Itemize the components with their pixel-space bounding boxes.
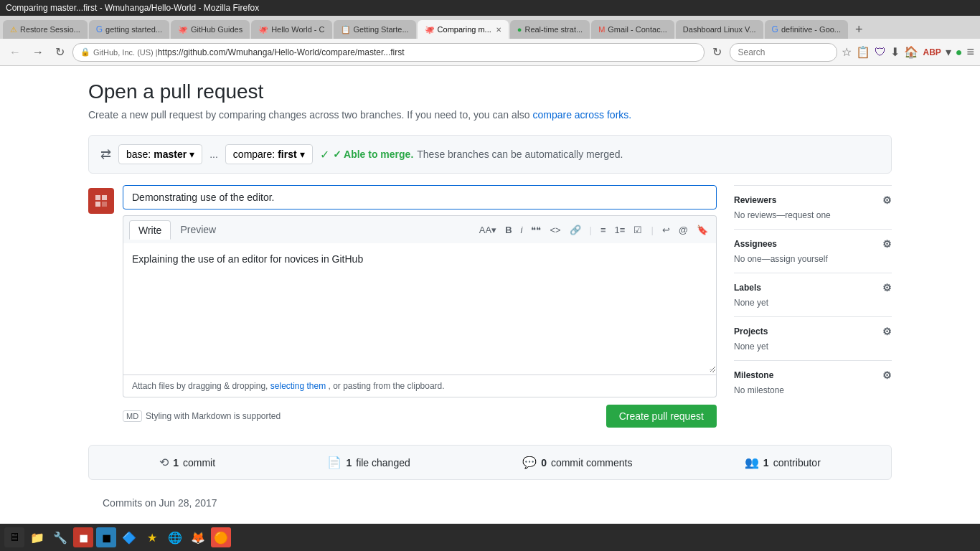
taskbar-icon-4[interactable]: ◼ (73, 527, 93, 547)
labels-value: None yet (734, 298, 892, 308)
compare-chevron-icon: ▾ (300, 149, 305, 160)
chevron-down-icon[interactable]: ▾ (946, 45, 951, 59)
refresh-button[interactable]: ↻ (709, 44, 725, 60)
compare-forks-link[interactable]: compare across forks. (532, 109, 631, 121)
home-icon[interactable]: 🏠 (904, 45, 918, 59)
comments-stat: 💬 0 commit comments (522, 456, 632, 469)
assignees-value: No one—assign yourself (734, 254, 892, 264)
link-icon[interactable]: 🔗 (567, 223, 583, 237)
write-tab[interactable]: Write (129, 220, 171, 240)
menu-icon[interactable]: ≡ (966, 44, 974, 60)
taskbar-icon-8[interactable]: 🌐 (165, 527, 185, 547)
assignees-gear-icon[interactable]: ⚙ (882, 238, 892, 250)
tab-github-guides[interactable]: 🐙 GitHub Guides (171, 20, 250, 39)
taskbar-icon-5[interactable]: ◼ (96, 527, 116, 547)
form-inner: Write Preview AA▾ B i ❝❝ <> 🔗 | ≡ (123, 185, 717, 428)
address-bar[interactable]: 🔒 GitHub, Inc. (US) | https://github.com… (72, 43, 705, 62)
reviewers-title: Reviewers ⚙ (734, 194, 892, 206)
page-content: Open a pull request Create a new pull re… (60, 66, 920, 550)
code-icon[interactable]: <> (547, 223, 562, 237)
tab-dashboard[interactable]: Dashboard Linux V... (676, 20, 763, 39)
taskbar-icon-3[interactable]: 🔧 (50, 527, 70, 547)
labels-gear-icon[interactable]: ⚙ (882, 282, 892, 293)
shield-icon[interactable]: 🛡 (875, 46, 886, 59)
toolbar-icons: AA▾ B i ❝❝ <> 🔗 | ≡ 1≡ ☑ | ↩ @ (477, 223, 710, 237)
pr-body-textarea[interactable]: Explaining the use of an editor for novi… (123, 243, 716, 372)
undo-icon[interactable]: ↩ (660, 223, 672, 237)
tab-label: definitive - Goo... (781, 25, 841, 34)
merge-status: ✓ ✓ Able to merge. These branches can be… (320, 148, 623, 161)
reload-button[interactable]: ↻ (52, 44, 68, 60)
tab-restore[interactable]: ⚠ Restore Sessio... (3, 20, 88, 39)
bold-icon[interactable]: B (503, 223, 514, 237)
create-pull-request-button[interactable]: Create pull request (606, 405, 717, 428)
base-branch-button[interactable]: base: master ▾ (118, 144, 202, 164)
tab-getting-started[interactable]: G getting started... (89, 20, 169, 39)
bookmark-icon[interactable]: 🔖 (694, 223, 710, 237)
forward-button[interactable]: → (29, 44, 47, 60)
form-footer: MD Styling with Markdown is supported Cr… (123, 405, 717, 428)
form-body: Write Preview AA▾ B i ❝❝ <> 🔗 | ≡ (88, 185, 717, 428)
reviewers-gear-icon[interactable]: ⚙ (882, 194, 892, 206)
tab-getting-starter[interactable]: 📋 Getting Starte... (334, 20, 416, 39)
markdown-hint: MD Styling with Markdown is supported (123, 410, 281, 422)
new-tab-button[interactable]: + (849, 20, 869, 39)
milestone-gear-icon[interactable]: ⚙ (882, 369, 892, 381)
page-title: Open a pull request (88, 80, 892, 103)
editor-content-area: Explaining the use of an editor for novi… (123, 243, 717, 375)
tab-gmail[interactable]: M Gmail - Contac... (591, 20, 674, 39)
base-label: base: (126, 149, 151, 160)
taskbar-icon-6[interactable]: 🔷 (119, 527, 139, 547)
search-input[interactable] (730, 43, 837, 62)
files-stat: 📄 1 file changed (327, 456, 410, 469)
form-area: Write Preview AA▾ B i ❝❝ <> 🔗 | ≡ (88, 185, 717, 428)
tab-hello-world[interactable]: 🐙 Hello World - C (251, 20, 331, 39)
compare-branch-button[interactable]: compare: first ▾ (225, 144, 313, 164)
taskbar-icon-1[interactable]: 🖥 (4, 527, 24, 547)
tab-label: getting started... (105, 25, 162, 34)
task-list-icon[interactable]: ☑ (631, 223, 644, 237)
compare-branch-name: first (278, 149, 296, 160)
taskbar-icon-10[interactable]: 🟠 (211, 527, 231, 547)
bookmark-star-icon[interactable]: ☆ (842, 45, 852, 59)
taskbar-icon-9[interactable]: 🦊 (188, 527, 208, 547)
reviewers-value: No reviews—request one (734, 210, 892, 220)
preview-tab[interactable]: Preview (171, 220, 225, 239)
taskbar-icon-2[interactable]: 📁 (27, 527, 47, 547)
svg-rect-1 (102, 195, 107, 200)
toolbar-sep2: | (651, 225, 653, 235)
download-icon[interactable]: ⬇ (890, 45, 900, 59)
pr-title-input[interactable] (123, 185, 717, 209)
svg-rect-0 (95, 195, 100, 200)
ordered-list-icon[interactable]: 1≡ (613, 223, 628, 237)
tab-realtime[interactable]: ● Real-time strat... (510, 20, 590, 39)
back-button[interactable]: ← (6, 44, 24, 60)
unordered-list-icon[interactable]: ≡ (598, 223, 608, 237)
projects-gear-icon[interactable]: ⚙ (882, 326, 892, 337)
browser-title: Comparing master...first - Wmuhanga/Hell… (6, 3, 259, 13)
stats-bar: ⟲ 1 commit 📄 1 file changed 💬 0 commit c… (88, 445, 892, 480)
taskbar: 🖥 📁 🔧 ◼ ◼ 🔷 ★ 🌐 🦊 🟠 (0, 524, 980, 550)
commits-icon: ⟲ (159, 456, 169, 469)
tab-close-icon[interactable]: ✕ (496, 26, 501, 34)
quote-icon[interactable]: ❝❝ (529, 223, 543, 237)
mention-icon[interactable]: @ (677, 223, 690, 237)
editor-toolbar: Write Preview AA▾ B i ❝❝ <> 🔗 | ≡ (123, 215, 717, 243)
sidebar: Reviewers ⚙ No reviews—request one Assig… (734, 185, 892, 428)
resize-handle[interactable]: ⤡ (707, 366, 716, 375)
branch-bar: ⇄ base: master ▾ ... compare: first ▾ ✓ … (88, 135, 892, 174)
taskbar-icon-7[interactable]: ★ (142, 527, 162, 547)
avatar (88, 188, 114, 214)
adblock-icon[interactable]: ABP (923, 47, 941, 57)
labels-section: Labels ⚙ None yet (734, 273, 892, 316)
bookmark-list-icon[interactable]: 📋 (856, 45, 870, 59)
tab-label: Gmail - Contac... (608, 25, 667, 34)
projects-value: None yet (734, 342, 892, 352)
select-files-link[interactable]: selecting them (270, 381, 326, 391)
tab-comparing[interactable]: 🐙 Comparing m... ✕ (418, 20, 509, 39)
text-size-icon[interactable]: AA▾ (477, 223, 499, 237)
svg-rect-3 (102, 202, 107, 207)
tab-definitive[interactable]: G definitive - Goo... (765, 20, 849, 39)
contributors-stat: 👥 1 contributor (745, 456, 821, 469)
italic-icon[interactable]: i (519, 223, 525, 237)
